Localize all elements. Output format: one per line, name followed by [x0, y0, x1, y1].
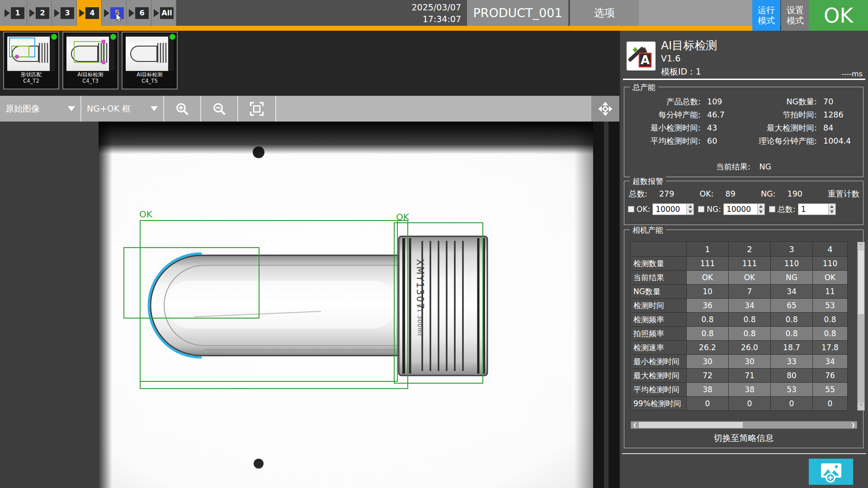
switch-to-brief-info-button[interactable]: 切换至简略信息 — [624, 432, 863, 444]
ng-threshold-spinner: 10000 — [723, 203, 765, 215]
status-dot — [51, 34, 57, 40]
tool-name: AI目标检测 — [137, 71, 162, 78]
tool-thumbnail[interactable]: AI目标检测 C4_T3 — [62, 32, 118, 89]
spinner-down-button[interactable] — [687, 210, 693, 215]
scroll-down-arrow-icon[interactable]: ˅ — [858, 403, 864, 410]
setup-mode-label-2: 模式 — [787, 15, 804, 26]
spinner-down-button[interactable] — [829, 210, 835, 215]
table-horizontal-scrollbar[interactable]: ❮ ❯ — [631, 421, 857, 429]
table-cell: 36 — [686, 298, 729, 313]
save-snapshot-button[interactable] — [809, 459, 853, 485]
fit-to-screen-button[interactable] — [238, 96, 276, 122]
tool-icon: A — [627, 42, 656, 70]
zoom-in-button[interactable] — [164, 96, 201, 122]
table-cell: OK — [812, 270, 848, 285]
camera-icon — [54, 9, 60, 17]
accent-strip — [0, 26, 752, 31]
table-cell: 34 — [728, 298, 771, 313]
alarm-count-label: NG: — [761, 189, 776, 198]
table-cell: 26.0 — [728, 340, 771, 355]
thumbnail-caption: AI目标检测 C4_T5 — [137, 71, 162, 84]
spinner-up-button[interactable] — [758, 204, 764, 210]
scroll-right-arrow-icon[interactable]: ❯ — [849, 422, 857, 428]
camera-tab[interactable]: 3 — [52, 0, 77, 26]
camera-tab[interactable]: 4 — [77, 0, 102, 26]
table-cell: 71 — [728, 368, 771, 383]
alarm-thresholds-row: OK: 10000 NG: 10000 总数: 1 — [624, 199, 863, 215]
thumbnail-caption: 形状匹配 C4_T2 — [21, 71, 42, 84]
product-selector[interactable]: PRODUCT_001 — [467, 0, 568, 26]
tool-thumbnail[interactable]: 形状匹配 C4_T2 — [3, 32, 59, 89]
camera-performance-table: 1 2 3 4 检测数量 111 111 110 110 — [631, 242, 857, 411]
reset-count-button[interactable]: 重置计数 — [828, 188, 859, 199]
column-header: 3 — [770, 241, 813, 257]
zoom-out-button[interactable] — [201, 96, 238, 122]
ok-threshold-checkbox[interactable] — [628, 206, 634, 212]
table-body: 检测数量 111 111 110 110 当前结果 OK OK NG OK — [631, 257, 857, 411]
stat-pair: 平均检测时间: 60 — [626, 136, 742, 146]
table-cell: 11 — [812, 284, 848, 299]
stat-pair: 最大检测时间: 84 — [742, 122, 859, 133]
camera-tab[interactable]: 2 — [27, 0, 52, 26]
row-label: 最小检测时间 — [630, 354, 687, 369]
stat-value: 70 — [823, 97, 859, 106]
table-vertical-scrollbar[interactable]: ˄ ˅ — [857, 242, 865, 411]
tool-id: C4_T5 — [137, 78, 162, 84]
ng-threshold-input[interactable]: 10000 — [724, 204, 757, 215]
column-header: 2 — [728, 241, 771, 257]
total-threshold-input[interactable]: 1 — [798, 204, 828, 215]
overlay-mode-value: NG+OK 框 — [87, 103, 131, 115]
camera-image-viewer[interactable]: XMY1307 C1 300ml OK OK — [0, 122, 619, 488]
overlay-mode-dropdown[interactable]: NG+OK 框 — [81, 96, 164, 122]
detect-result-label: OK — [139, 209, 153, 220]
scroll-up-arrow-icon[interactable]: ˄ — [858, 242, 864, 250]
thumb-magenta-dot — [15, 55, 19, 59]
camera-tab-label: 4 — [85, 7, 99, 19]
stat-label: 理论每分钟产能: — [742, 136, 817, 146]
right-shadow — [574, 122, 596, 488]
stat-label: 最大检测时间: — [742, 122, 817, 133]
thumb-dark-band-top — [66, 34, 114, 37]
ng-threshold-checkbox[interactable] — [698, 206, 704, 212]
svg-text:A: A — [641, 53, 650, 67]
table-cell: 26.2 — [686, 340, 729, 355]
camera-tab[interactable]: 5 — [102, 0, 127, 26]
camera-tab[interactable]: 6 — [127, 0, 151, 26]
tool-thumbnail[interactable]: AI目标检测 C4_T5 — [122, 32, 178, 89]
camera-performance-group: 相机产能 1 2 3 4 检测数量 111 111 — [624, 230, 863, 448]
options-button[interactable]: 选项 — [569, 0, 639, 26]
thumbnail-image — [66, 34, 114, 71]
camera-tab[interactable]: All — [151, 0, 176, 26]
ok-threshold-input[interactable]: 10000 — [653, 204, 686, 215]
scroll-left-arrow-icon[interactable]: ❮ — [631, 422, 638, 428]
image-source-dropdown[interactable]: 原始图像 — [0, 96, 81, 122]
fixture-screw-top — [253, 146, 264, 158]
table-cell: 30 — [728, 354, 771, 369]
zoom-in-icon — [175, 102, 189, 116]
setup-mode-button[interactable]: 设置 模式 — [781, 0, 809, 31]
scrollbar-thumb[interactable] — [858, 250, 864, 314]
group-title: 相机产能 — [630, 225, 666, 235]
column-header: 1 — [686, 241, 729, 257]
chevron-down-icon — [68, 106, 75, 111]
pan-tool-button[interactable] — [591, 96, 619, 122]
stat-pair: 最小检测时间: 43 — [626, 122, 742, 133]
run-mode-button[interactable]: 运行 模式 — [752, 0, 780, 31]
camera-tabs: 1 2 3 — [0, 0, 174, 26]
row-label: 平均检测时间 — [630, 382, 687, 397]
current-result: 当前结果: NG — [624, 161, 863, 172]
camera-icon — [5, 9, 10, 17]
chevron-down-icon — [151, 106, 158, 111]
total-threshold-checkbox[interactable] — [769, 206, 775, 212]
scrollbar-thumb[interactable] — [639, 422, 743, 428]
camera-tab[interactable]: 1 — [2, 0, 27, 26]
group-title: 总产能 — [630, 82, 658, 93]
camera-tab-label: All — [160, 7, 174, 19]
spinner-down-button[interactable] — [758, 210, 764, 215]
table-cell: 33 — [770, 354, 813, 369]
ng-threshold-label: NG: — [707, 205, 721, 214]
spinner-up-button[interactable] — [829, 204, 835, 210]
table-cell: 110 — [812, 256, 848, 271]
spinner-up-button[interactable] — [687, 204, 693, 210]
count-alarm-group: 超数报警 总数:279 OK:89 NG:190 重置计数 OK: 10000 — [624, 181, 863, 225]
